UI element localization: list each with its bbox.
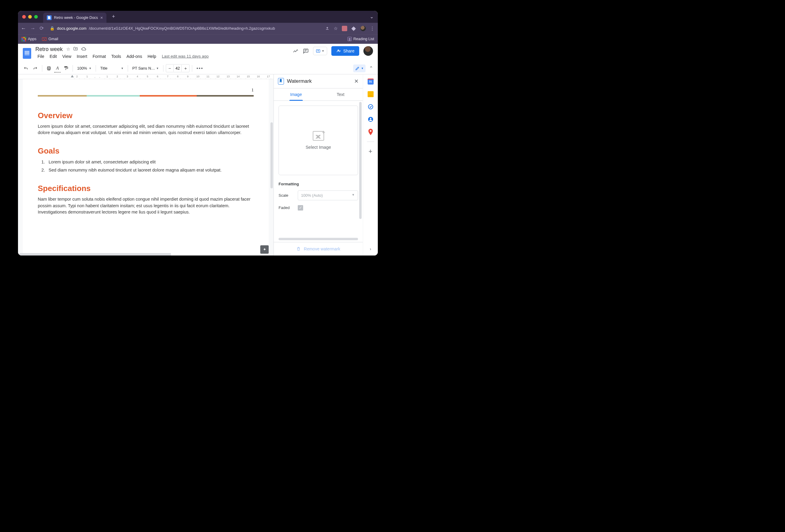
rail-divider bbox=[367, 142, 374, 142]
contacts-addon-icon[interactable] bbox=[368, 116, 374, 122]
move-document-icon[interactable] bbox=[73, 47, 78, 52]
svg-point-9 bbox=[370, 118, 371, 119]
scale-select[interactable]: 100% (Auto) ▼ bbox=[298, 191, 358, 200]
paragraph-overview: Lorem ipsum dolor sit amet, consectetuer… bbox=[38, 123, 254, 136]
font-size-control: − + bbox=[166, 64, 190, 72]
horizontal-scrollbar[interactable] bbox=[19, 253, 272, 255]
lens-extension-icon[interactable] bbox=[342, 26, 347, 31]
keep-addon-icon[interactable] bbox=[368, 91, 374, 97]
faded-checkbox[interactable]: ✓ bbox=[298, 205, 303, 210]
trash-icon bbox=[296, 247, 301, 251]
bookmark-gmail[interactable]: Gmail bbox=[42, 37, 58, 41]
menubar: File Edit View Insert Format Tools Add-o… bbox=[35, 53, 209, 60]
docs-logo-icon bbox=[23, 48, 31, 59]
select-image-button[interactable]: Select Image bbox=[279, 106, 358, 175]
editing-mode-button[interactable]: ▼ bbox=[353, 65, 365, 72]
svg-point-10 bbox=[370, 130, 371, 132]
nav-back-button[interactable]: ← bbox=[21, 25, 26, 31]
comments-icon[interactable] bbox=[303, 48, 309, 54]
last-edit-link[interactable]: Last edit was 11 days ago bbox=[162, 54, 209, 58]
chevron-down-icon: ▼ bbox=[352, 193, 355, 198]
panel-scrollbar[interactable] bbox=[359, 102, 362, 219]
font-family-select[interactable]: PT Sans N…▼ bbox=[130, 65, 161, 72]
menu-insert[interactable]: Insert bbox=[75, 53, 90, 60]
browser-menu-button[interactable]: ⋮ bbox=[370, 26, 375, 31]
bookmark-star-icon[interactable]: ☆ bbox=[334, 26, 338, 31]
extensions-icon[interactable] bbox=[351, 26, 356, 31]
star-document-icon[interactable]: ☆ bbox=[66, 47, 70, 52]
nav-reload-button[interactable]: ⟳ bbox=[40, 25, 44, 31]
activity-trend-icon[interactable] bbox=[293, 49, 299, 53]
account-avatar[interactable] bbox=[363, 46, 373, 56]
menu-tools[interactable]: Tools bbox=[109, 53, 123, 60]
zoom-select[interactable]: 100%▼ bbox=[75, 65, 93, 72]
document-title[interactable]: Retro week bbox=[35, 46, 63, 52]
window-minimize-button[interactable] bbox=[28, 15, 32, 19]
docs-favicon-icon bbox=[47, 15, 52, 20]
menu-addons[interactable]: Add-ons bbox=[124, 53, 144, 60]
tab-image[interactable]: Image bbox=[274, 88, 319, 100]
horizontal-ruler[interactable]: 2 1 1 2 3 4 5 6 7 8 9 10 11 12 13 14 15 … bbox=[18, 74, 274, 79]
url-field[interactable]: 🔒 docs.google.com/document/d/1xG1zOE4X_H… bbox=[48, 26, 321, 31]
goals-list: Lorem ipsum dolor sit amet, consectetuer… bbox=[46, 159, 254, 174]
redo-button[interactable] bbox=[31, 65, 40, 72]
faded-label: Faded bbox=[279, 205, 294, 210]
font-size-increase-button[interactable]: + bbox=[182, 65, 189, 72]
menu-help[interactable]: Help bbox=[146, 53, 158, 60]
tab-overflow-button[interactable]: ⌄ bbox=[370, 14, 374, 20]
page-number: 1 bbox=[38, 87, 254, 93]
paragraph-style-select[interactable]: Title▼ bbox=[98, 65, 125, 72]
panel-tabs: Image Text bbox=[274, 88, 363, 101]
bookmark-gmail-label: Gmail bbox=[49, 37, 58, 41]
nav-forward-button[interactable]: → bbox=[30, 25, 35, 31]
profile-avatar-icon[interactable] bbox=[360, 26, 366, 31]
tab-text[interactable]: Text bbox=[319, 88, 363, 100]
maps-addon-icon[interactable] bbox=[368, 129, 374, 135]
reading-list-icon bbox=[348, 37, 352, 41]
present-button[interactable]: ▼ bbox=[313, 47, 327, 55]
toolbar-more-button[interactable]: ••• bbox=[195, 66, 205, 71]
get-addons-button[interactable]: + bbox=[368, 148, 374, 154]
document-page[interactable]: 1 Overview Lorem ipsum dolor sit amet, c… bbox=[23, 79, 269, 255]
spellcheck-button[interactable]: A bbox=[54, 64, 60, 72]
window-titlebar: Retro week - Google Docs × + ⌄ bbox=[18, 11, 378, 23]
collapse-rail-button[interactable]: › bbox=[370, 247, 371, 251]
menu-file[interactable]: File bbox=[35, 53, 47, 60]
tab-close-button[interactable]: × bbox=[100, 15, 103, 20]
panel-horizontal-scrollbar[interactable] bbox=[279, 238, 358, 240]
calendar-addon-icon[interactable]: 31 bbox=[368, 79, 374, 84]
font-size-decrease-button[interactable]: − bbox=[166, 65, 174, 72]
list-item: Sed diam nonummy nibh euismod tincidunt … bbox=[46, 167, 254, 173]
cloud-status-icon[interactable] bbox=[81, 47, 86, 52]
window-close-button[interactable] bbox=[22, 15, 26, 19]
tasks-addon-icon[interactable] bbox=[368, 104, 374, 110]
share-page-icon[interactable] bbox=[325, 26, 330, 31]
menu-edit[interactable]: Edit bbox=[48, 53, 59, 60]
explore-button[interactable]: ✦ bbox=[260, 245, 269, 254]
heading-goals: Goals bbox=[38, 146, 254, 156]
panel-title: Watermark bbox=[287, 78, 312, 84]
bookmark-apps-label: Apps bbox=[28, 37, 36, 41]
vertical-scrollbar[interactable] bbox=[271, 122, 273, 188]
menu-format[interactable]: Format bbox=[91, 53, 108, 60]
paint-format-button[interactable] bbox=[62, 65, 70, 72]
new-tab-button[interactable]: + bbox=[109, 14, 118, 20]
menu-view[interactable]: View bbox=[60, 53, 73, 60]
list-item: Lorem ipsum dolor sit amet, consectetuer… bbox=[46, 159, 254, 165]
scale-value: 100% (Auto) bbox=[301, 193, 323, 198]
browser-tab[interactable]: Retro week - Google Docs × bbox=[43, 12, 106, 23]
bookmark-apps[interactable]: Apps bbox=[22, 37, 36, 42]
docs-home-button[interactable] bbox=[22, 46, 32, 60]
remove-watermark-button[interactable]: Remove watermark bbox=[274, 242, 363, 255]
reading-list-button[interactable]: Reading List bbox=[348, 37, 375, 41]
panel-header: Watermark ✕ bbox=[274, 74, 363, 88]
main-area: 2 1 1 2 3 4 5 6 7 8 9 10 11 12 13 14 15 … bbox=[18, 74, 378, 255]
collapse-toolbar-button[interactable]: ⌃ bbox=[368, 64, 374, 72]
share-button[interactable]: Share bbox=[331, 46, 359, 56]
panel-close-button[interactable]: ✕ bbox=[354, 78, 359, 84]
formatting-toolbar: A 100%▼ Title▼ PT Sans N…▼ − + ••• ▼ ⌃ bbox=[18, 62, 378, 74]
font-size-input[interactable] bbox=[173, 65, 182, 72]
window-maximize-button[interactable] bbox=[34, 15, 38, 19]
print-button[interactable] bbox=[45, 65, 53, 72]
undo-button[interactable] bbox=[22, 65, 30, 72]
